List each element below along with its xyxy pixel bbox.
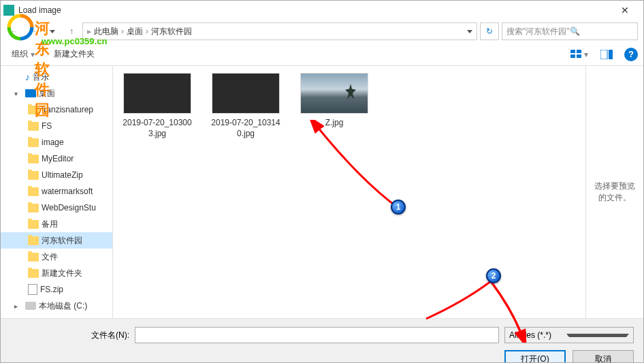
sidebar-item[interactable]: ▸本地磁盘 (C:)	[1, 298, 112, 314]
sidebar-item[interactable]: MyEditor	[1, 151, 112, 167]
file-thumbnail	[300, 73, 368, 114]
files-area[interactable]: 2019-07-20_103003.jpg2019-07-20_103140.j…	[113, 66, 585, 318]
sidebar-item[interactable]: FS.zip	[1, 281, 112, 298]
sidebar-item-label: MyEditor	[42, 154, 74, 163]
folder-icon	[28, 236, 39, 245]
folder-icon	[28, 269, 39, 278]
sidebar-item[interactable]: 新建文件夹	[1, 265, 112, 281]
sidebar-item[interactable]: ♪音乐	[1, 69, 112, 85]
folder-icon	[28, 155, 39, 163]
sidebar-item-label: franzisnaturep	[42, 105, 93, 114]
sidebar-item-label: 本地磁盘 (C:)	[39, 300, 87, 312]
path-dropdown-icon[interactable]	[467, 30, 472, 33]
zip-icon	[28, 284, 37, 295]
organize-button[interactable]: 组织 ▾	[6, 46, 40, 63]
sidebar-item[interactable]: 文件	[1, 249, 112, 265]
sidebar-item[interactable]: image	[1, 134, 112, 151]
file-filter-combo[interactable]: All files (*.*)	[504, 327, 634, 343]
search-icon: 🔍	[570, 27, 633, 36]
folder-icon	[28, 171, 39, 180]
open-button[interactable]: 打开(O)	[504, 350, 566, 363]
close-button[interactable]: ✕	[609, 1, 641, 20]
preview-text: 选择要预览的文件。	[592, 180, 638, 204]
sidebar-item-label: 备用	[42, 219, 58, 230]
sidebar-item-label: image	[42, 138, 64, 147]
folder-icon	[28, 204, 39, 212]
file-thumbnail	[212, 73, 280, 114]
svg-rect-2	[570, 54, 575, 58]
sidebar-item[interactable]: UltimateZip	[1, 167, 112, 183]
toolbar: 组织 ▾ 新建文件夹 ▾ ?	[1, 43, 643, 66]
file-name: 2019-07-20_103003.jpg	[120, 118, 195, 139]
cancel-button[interactable]: 取消	[573, 350, 634, 363]
sidebar-item-label: 音乐	[33, 72, 49, 83]
folder-icon	[28, 106, 39, 114]
back-button[interactable]: ←	[6, 23, 22, 40]
sidebar-item[interactable]: franzisnaturep	[1, 101, 112, 118]
app-icon	[3, 5, 14, 16]
breadcrumb-item[interactable]: 桌面	[127, 26, 143, 37]
chevron-down-icon	[566, 334, 629, 337]
folder-icon	[28, 138, 39, 147]
folder-icon	[28, 122, 39, 131]
content-area: ♪音乐▾桌面franzisnaturepFSimageMyEditorUltim…	[1, 66, 643, 318]
new-folder-button[interactable]: 新建文件夹	[48, 46, 100, 63]
svg-rect-3	[577, 54, 581, 58]
sidebar-item[interactable]: FS	[1, 118, 112, 134]
filename-label: 文件名(N):	[10, 330, 129, 341]
sidebar-item-label: 新建文件夹	[42, 268, 82, 279]
sidebar-item[interactable]: WebDesignStu	[1, 200, 112, 216]
sidebar-item[interactable]: 河东软件园	[1, 232, 112, 249]
sidebar-item[interactable]: watermarksoft	[1, 183, 112, 200]
file-item[interactable]: Z.jpg	[297, 73, 372, 129]
svg-rect-5	[609, 50, 613, 59]
breadcrumb-root[interactable]: 此电脑	[94, 26, 118, 37]
svg-rect-4	[600, 50, 607, 59]
breadcrumb-item[interactable]: 河东软件园	[151, 26, 192, 37]
folder-icon	[28, 187, 39, 196]
annotation-badge-1: 1	[391, 200, 406, 215]
pathbar: ← → ↑ ▸ 此电脑 › 桌面 › 河东软件园 ↻ 搜索"河东软件园" 🔍	[1, 20, 643, 43]
sidebar-item-label: FS	[42, 121, 52, 131]
sidebar-item-label: UltimateZip	[42, 170, 83, 180]
expand-icon[interactable]: ▾	[14, 90, 22, 97]
folder-icon	[28, 220, 39, 229]
search-placeholder: 搜索"河东软件园"	[506, 26, 570, 37]
annotation-badge-2: 2	[486, 268, 501, 283]
file-name: 2019-07-20_103140.jpg	[208, 118, 283, 139]
music-icon: ♪	[25, 72, 30, 82]
svg-rect-0	[570, 50, 575, 53]
bottom-bar: 文件名(N): All files (*.*) 打开(O) 取消	[1, 318, 643, 363]
folder-icon	[28, 253, 39, 262]
forward-button[interactable]: →	[25, 23, 42, 40]
svg-rect-1	[577, 50, 581, 53]
address-bar[interactable]: ▸ 此电脑 › 桌面 › 河东软件园	[82, 22, 477, 40]
search-input[interactable]: 搜索"河东软件园" 🔍	[502, 22, 638, 40]
sidebar-item-label: watermarksoft	[42, 187, 93, 196]
sidebar-item-label: 桌面	[39, 88, 55, 99]
filename-input[interactable]	[135, 327, 499, 343]
titlebar: Load image ✕	[1, 1, 643, 20]
preview-pane-button[interactable]	[597, 47, 616, 62]
disk-icon	[25, 302, 36, 310]
sidebar-item[interactable]: ▾桌面	[1, 85, 112, 101]
window-title: Load image	[18, 5, 609, 15]
up-button[interactable]: ↑	[63, 23, 80, 40]
sidebar-item-label: FS.zip	[40, 285, 63, 294]
expand-icon[interactable]: ▸	[14, 302, 22, 310]
desktop-icon	[25, 89, 36, 97]
sidebar-item-label: 河东软件园	[42, 235, 82, 247]
recent-dropdown[interactable]	[44, 23, 61, 40]
file-name: Z.jpg	[297, 118, 372, 129]
sidebar-item-label: WebDesignStu	[42, 203, 96, 212]
file-item[interactable]: 2019-07-20_103140.jpg	[208, 73, 283, 139]
refresh-button[interactable]: ↻	[480, 22, 499, 40]
help-button[interactable]: ?	[624, 48, 638, 61]
sidebar-item[interactable]: 备用	[1, 216, 112, 232]
view-mode-button[interactable]: ▾	[570, 47, 589, 62]
preview-pane: 选择要预览的文件。	[585, 66, 643, 318]
file-thumbnail	[123, 73, 191, 114]
file-item[interactable]: 2019-07-20_103003.jpg	[120, 73, 195, 139]
filter-value: All files (*.*)	[509, 330, 566, 340]
sidebar-item-label: 文件	[42, 251, 58, 263]
